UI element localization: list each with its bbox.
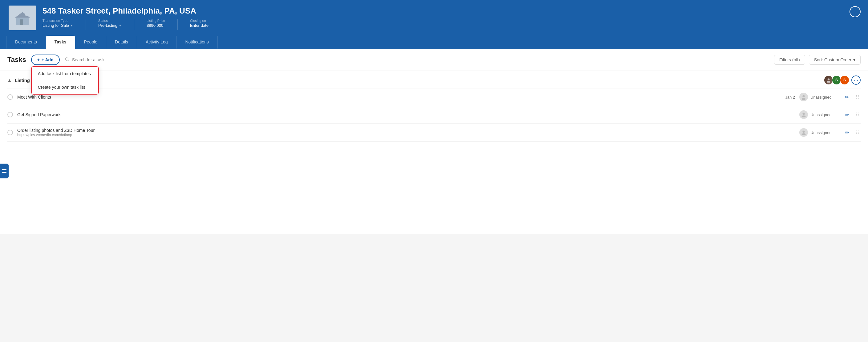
section-title: Listing: [15, 77, 30, 83]
tab-notifications[interactable]: Notifications: [177, 36, 217, 49]
task-name-2: Get Signed Paperwork: [17, 112, 775, 117]
property-meta: Transaction Type Listing for Sale ▼ Stat…: [42, 19, 859, 30]
tab-details[interactable]: Details: [106, 36, 137, 49]
transaction-type-value[interactable]: Listing for Sale ▼: [42, 23, 73, 28]
assignee-avatar-2: [799, 110, 808, 119]
add-dropdown-container: + + Add Add task list from templates Cre…: [31, 55, 60, 65]
assignee-avatar-1: [799, 93, 808, 101]
tasks-toolbar: Tasks + + Add Add task list from templat…: [0, 49, 868, 71]
table-row: Get Signed Paperwork Unassigned ✏ ⠿: [7, 106, 861, 124]
tab-tasks[interactable]: Tasks: [46, 36, 75, 49]
section-avatars: S S ⋯: [824, 75, 861, 85]
add-plus-icon: +: [37, 57, 40, 62]
sidebar-toggle-button[interactable]: [0, 164, 9, 178]
header-menu-button[interactable]: ⋮: [849, 6, 861, 17]
status-value[interactable]: Pre-Listing ▼: [98, 23, 122, 28]
svg-point-11: [802, 95, 805, 97]
svg-marker-4: [15, 12, 30, 18]
tabs-bar: Documents Tasks People Details Activity …: [0, 36, 868, 49]
svg-point-6: [25, 13, 27, 16]
task-assignee-2: Unassigned: [799, 110, 839, 119]
avatar-s-orange: S: [840, 75, 849, 85]
filters-button[interactable]: Filters (off): [774, 55, 805, 65]
transaction-type-field: Transaction Type Listing for Sale ▼: [42, 19, 73, 28]
svg-rect-2: [2, 172, 6, 173]
section-header: ▲ Listing S S ⋯: [7, 71, 861, 88]
task-name-3: Order listing photos and Z3D Home Tour h…: [17, 128, 775, 137]
task-drag-handle-2[interactable]: ⠿: [855, 111, 861, 119]
task-edit-button-3[interactable]: ✏: [844, 128, 850, 137]
svg-point-15: [802, 131, 805, 133]
task-subtitle-3: https://pics.vrxmedia.com/dotloop: [17, 133, 775, 137]
task-drag-handle-1[interactable]: ⠿: [855, 93, 861, 101]
transaction-type-chevron: ▼: [70, 24, 73, 27]
property-image: [9, 5, 36, 30]
section-toggle-button[interactable]: ▲: [7, 77, 12, 83]
task-assignee-1: Unassigned: [799, 93, 839, 101]
svg-rect-0: [2, 169, 6, 170]
assignee-name-2: Unassigned: [810, 113, 832, 117]
svg-point-12: [802, 98, 806, 100]
svg-point-16: [802, 133, 806, 135]
status-label: Status: [98, 19, 122, 23]
svg-rect-5: [20, 20, 23, 25]
svg-rect-1: [2, 171, 6, 171]
section-more-button[interactable]: ⋯: [851, 75, 861, 85]
listing-price-value: $890,000: [147, 23, 165, 28]
svg-point-13: [802, 113, 805, 115]
task-date-1: Jan 2: [780, 95, 795, 99]
search-box: [65, 57, 769, 63]
task-assignee-3: Unassigned: [799, 128, 839, 137]
search-icon: [65, 57, 70, 63]
search-input[interactable]: [72, 57, 769, 62]
task-edit-button-1[interactable]: ✏: [844, 93, 850, 101]
status-field: Status Pre-Listing ▼: [98, 19, 122, 28]
sort-button[interactable]: Sort: Custom Order ▾: [809, 55, 861, 65]
tab-activity-log[interactable]: Activity Log: [137, 36, 177, 49]
task-title-3: Order listing photos and Z3D Home Tour: [17, 128, 775, 133]
svg-point-9: [828, 78, 830, 80]
tab-documents[interactable]: Documents: [6, 36, 46, 49]
task-checkbox-3[interactable]: [7, 130, 13, 135]
svg-point-10: [827, 81, 830, 83]
add-dropdown-menu: Add task list from templates Create your…: [31, 66, 99, 95]
closing-date-value[interactable]: Enter date: [190, 23, 209, 28]
listing-price-label: Listing Price: [147, 19, 165, 23]
avatar-group: S S: [824, 75, 849, 85]
listing-price-field: Listing Price $890,000: [147, 19, 165, 28]
table-row: Order listing photos and Z3D Home Tour h…: [7, 124, 861, 142]
dropdown-item-from-templates[interactable]: Add task list from templates: [32, 67, 98, 81]
assignee-name-3: Unassigned: [810, 130, 832, 135]
transaction-type-label: Transaction Type: [42, 19, 73, 23]
closing-date-label: Closing on: [190, 19, 209, 23]
task-drag-handle-3[interactable]: ⠿: [855, 128, 861, 137]
tasks-title: Tasks: [7, 56, 26, 64]
assignee-avatar-3: [799, 128, 808, 137]
sort-chevron-icon: ▾: [853, 57, 856, 62]
add-button[interactable]: + + Add: [31, 55, 60, 65]
svg-point-14: [802, 116, 806, 117]
tab-people[interactable]: People: [75, 36, 106, 49]
svg-line-8: [68, 60, 69, 61]
svg-point-7: [65, 58, 68, 60]
table-row: Meet With Clients Jan 2 Unassigned ✏ ⠿: [7, 88, 861, 106]
task-edit-button-2[interactable]: ✏: [844, 111, 850, 119]
property-title: 548 Tasker Street, Philadelphia, PA, USA: [42, 6, 859, 16]
task-name-1: Meet With Clients: [17, 95, 775, 99]
closing-date-field: Closing on Enter date: [190, 19, 209, 28]
task-checkbox-2[interactable]: [7, 112, 13, 117]
task-list-section: ▲ Listing S S ⋯: [0, 71, 868, 142]
main-content: Tasks + + Add Add task list from templat…: [0, 49, 868, 234]
assignee-name-1: Unassigned: [810, 95, 832, 99]
meta-divider-2: [134, 19, 134, 30]
task-checkbox-1[interactable]: [7, 94, 13, 100]
meta-divider-1: [86, 19, 86, 30]
property-info: 548 Tasker Street, Philadelphia, PA, USA…: [42, 6, 859, 30]
toolbar-right: Filters (off) Sort: Custom Order ▾: [774, 55, 861, 65]
property-header: 548 Tasker Street, Philadelphia, PA, USA…: [0, 0, 868, 36]
dropdown-item-own-task-list[interactable]: Create your own task list: [32, 81, 98, 94]
status-chevron: ▼: [119, 24, 122, 27]
